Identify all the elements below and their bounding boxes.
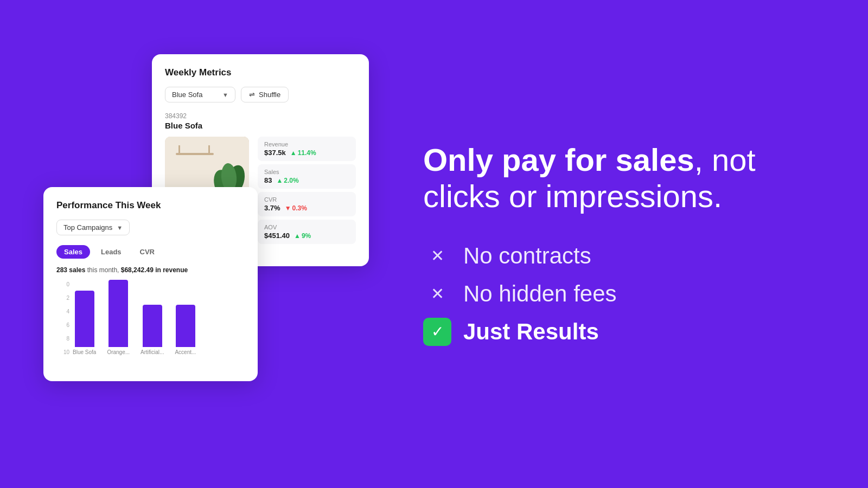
product-name: Blue Sofa <box>165 121 356 130</box>
product-dropdown[interactable]: Blue Sofa ▼ <box>165 87 235 102</box>
bar-accent <box>176 305 195 347</box>
svg-rect-4 <box>178 145 180 153</box>
headline-bold: Only pay for sales <box>423 142 694 177</box>
feature-just-results: ✓ Just Results <box>423 318 825 346</box>
campaigns-dropdown-label: Top Campaigns <box>63 223 112 232</box>
metric-revenue-label: Revenue <box>264 141 349 147</box>
chevron-down-icon: ▼ <box>222 92 228 98</box>
y-label-8: 8 <box>56 336 72 342</box>
metric-sales-values: 83 ▲ 2.0% <box>264 176 349 184</box>
feature-no-hidden-fees: ✕ No hidden fees <box>423 280 825 308</box>
shuffle-label: Shuffle <box>259 91 280 99</box>
metric-cvr-label: CVR <box>264 196 349 203</box>
svg-rect-5 <box>208 145 210 153</box>
x-icon-fees: ✕ <box>423 280 451 308</box>
metric-revenue: Revenue $37.5k ▲ 11.4% <box>258 137 356 161</box>
feature-no-contracts: ✕ No contracts <box>423 242 825 270</box>
product-dropdown-label: Blue Sofa <box>172 91 202 99</box>
bar-orange <box>108 280 128 347</box>
x-icon-contracts: ✕ <box>423 242 451 270</box>
tabs-row: Sales Leads CVR <box>56 245 245 259</box>
weekly-metrics-controls: Blue Sofa ▼ ⇌ Shuffle <box>165 87 356 102</box>
check-icon-results: ✓ <box>423 318 451 346</box>
metric-cvr-values: 3.7% ▼ 0.3% <box>264 204 349 212</box>
metric-cvr: CVR 3.7% ▼ 0.3% <box>258 192 356 216</box>
headline: Only pay for sales, not clicks or impres… <box>423 142 825 214</box>
bar-group-bluesofa: Blue Sofa <box>73 291 96 355</box>
bar-group-orange: Orange... <box>107 280 130 355</box>
stats-text: 283 sales this month, $68,242.49 in reve… <box>56 266 245 274</box>
metric-sales: Sales 83 ▲ 2.0% <box>258 164 356 189</box>
metric-cvr-change: ▼ 0.3% <box>285 204 307 212</box>
shuffle-button[interactable]: ⇌ Shuffle <box>241 87 289 102</box>
tab-sales[interactable]: Sales <box>56 245 90 259</box>
weekly-metrics-title: Weekly Metrics <box>165 67 356 78</box>
performance-controls: Top Campaigns ▼ <box>56 220 245 235</box>
bar-label-accent: Accent... <box>175 349 196 355</box>
svg-rect-3 <box>176 153 214 155</box>
shuffle-icon: ⇌ <box>249 91 255 99</box>
performance-card: Performance This Week Top Campaigns ▼ Sa… <box>43 187 258 381</box>
feature-text-fees: No hidden fees <box>463 281 617 307</box>
marketing-area: Only pay for sales, not clicks or impres… <box>380 0 868 488</box>
y-axis: 10 8 6 4 2 0 <box>56 281 72 355</box>
tab-cvr[interactable]: CVR <box>132 245 162 259</box>
feature-text-results: Just Results <box>463 319 599 345</box>
features-list: ✕ No contracts ✕ No hidden fees ✓ Just R… <box>423 242 825 346</box>
metric-sales-value: 83 <box>264 176 272 184</box>
metric-aov-values: $451.40 ▲ 9% <box>264 232 349 240</box>
metrics-list: Revenue $37.5k ▲ 11.4% Sales 83 ▲ 2.0% C… <box>258 137 356 253</box>
bar-group-accent: Accent... <box>175 305 196 355</box>
y-label-4: 4 <box>56 309 72 314</box>
performance-title: Performance This Week <box>56 200 245 211</box>
y-label-2: 2 <box>56 295 72 301</box>
campaigns-dropdown[interactable]: Top Campaigns ▼ <box>56 220 130 235</box>
metric-cvr-value: 3.7% <box>264 204 280 212</box>
metric-aov: AOV $451.40 ▲ 9% <box>258 220 356 244</box>
bar-label-orange: Orange... <box>107 349 130 355</box>
bar-chart: 10 8 6 4 2 0 Blue Sofa Orange... Artific… <box>56 281 245 368</box>
metric-aov-value: $451.40 <box>264 232 290 240</box>
y-label-10: 10 <box>56 349 72 355</box>
metric-revenue-change: ▲ 11.4% <box>290 149 316 157</box>
product-id: 384392 <box>165 112 356 120</box>
metric-revenue-value: $37.5k <box>264 149 286 157</box>
metric-revenue-values: $37.5k ▲ 11.4% <box>264 149 349 157</box>
y-label-6: 6 <box>56 322 72 328</box>
bars-container: Blue Sofa Orange... Artificial... Accent… <box>73 281 245 355</box>
bar-label-artificial: Artificial... <box>141 349 164 355</box>
bar-bluesofa <box>75 291 94 347</box>
metric-sales-change: ▲ 2.0% <box>276 177 298 184</box>
bar-group-artificial: Artificial... <box>141 305 164 355</box>
metric-aov-change: ▲ 9% <box>294 232 311 240</box>
metric-sales-label: Sales <box>264 169 349 175</box>
tab-leads[interactable]: Leads <box>93 245 129 259</box>
y-label-0: 0 <box>56 281 72 287</box>
feature-text-contracts: No contracts <box>463 243 591 269</box>
bar-artificial <box>143 305 162 347</box>
chevron-down-icon: ▼ <box>117 224 123 231</box>
bar-label-bluesofa: Blue Sofa <box>73 349 96 355</box>
metric-aov-label: AOV <box>264 224 349 230</box>
